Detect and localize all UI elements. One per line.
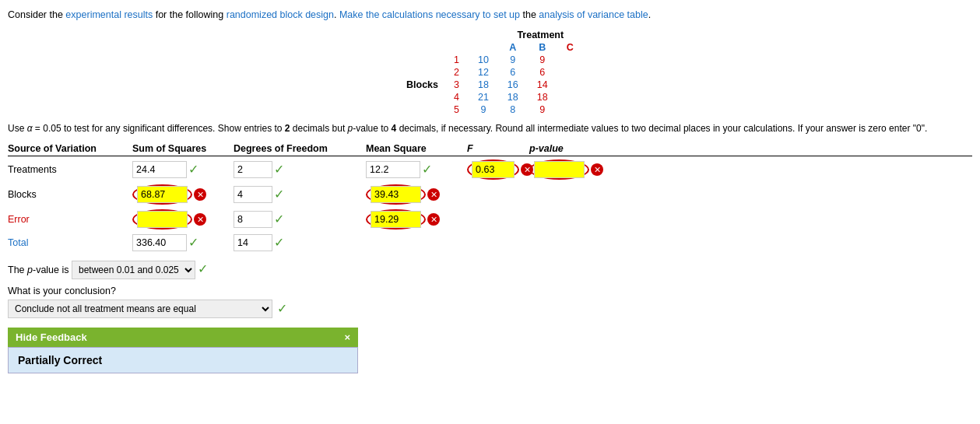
treatments-f-input[interactable] — [472, 161, 515, 178]
error-ms: ✕ — [366, 209, 467, 230]
blocks-df-check: ✓ — [274, 187, 284, 201]
treatments-pval: ✕ — [529, 159, 646, 180]
treatments-pval-error: ✕ — [591, 163, 603, 176]
total-df-check: ✓ — [274, 235, 284, 250]
treatments-row: Treatments ✓ ✓ ✓ ✕ — [8, 159, 972, 180]
feedback-body: Partially Correct — [8, 347, 358, 373]
treatments-ms: ✓ — [366, 161, 467, 178]
error-ms-error: ✕ — [427, 213, 440, 226]
treatment-header: Treatment — [498, 29, 583, 41]
treatments-pval-input[interactable] — [534, 161, 585, 178]
total-ss-check: ✓ — [188, 235, 198, 250]
error-ss-circled — [132, 209, 192, 230]
treatments-label: Treatments — [8, 164, 132, 175]
conclusion-label: What is your conclusion? — [8, 286, 972, 296]
error-ms-circled — [366, 209, 426, 230]
blocks-ss-circled — [132, 184, 192, 205]
alpha-text: Use α = 0.05 to test for any significant… — [8, 122, 972, 135]
header-ss: Sum of Squares — [132, 143, 234, 154]
col-a-header: A — [498, 41, 528, 54]
header-df: Degrees of Freedom — [234, 143, 366, 154]
blocks-ss-error: ✕ — [194, 188, 206, 201]
blocks-row: Blocks ✕ ✓ ✕ — [8, 184, 972, 205]
total-df-input[interactable] — [234, 234, 272, 251]
question-text: Consider the experimental results for th… — [8, 8, 972, 23]
blocks-ms-error: ✕ — [427, 188, 440, 201]
pvalue-section: The p-value is less than 0.005between 0.… — [8, 261, 972, 279]
blocks-ms-input[interactable] — [371, 186, 421, 203]
blocks-ms: ✕ — [366, 184, 467, 205]
total-row: Total ✓ ✓ — [8, 234, 972, 251]
error-row: Error ✕ ✓ ✕ — [8, 209, 972, 230]
anova-table: Source of Variation Sum of Squares Degre… — [8, 143, 972, 251]
header-source: Source of Variation — [8, 143, 132, 154]
blocks-ss: ✕ — [132, 184, 234, 205]
feedback-status: Partially Correct — [18, 354, 102, 366]
error-df-check: ✓ — [274, 212, 284, 226]
error-ss: ✕ — [132, 209, 234, 230]
blocks-ms-circled — [366, 184, 426, 205]
error-df-input[interactable] — [234, 211, 272, 228]
treatments-ss-check: ✓ — [188, 162, 198, 177]
pvalue-label: The p-value is — [8, 265, 69, 275]
blocks-df-input[interactable] — [234, 186, 272, 203]
total-ss: ✓ — [132, 234, 234, 251]
header-pval: p-value — [529, 143, 607, 154]
total-df: ✓ — [234, 234, 366, 251]
feedback-header[interactable]: Hide Feedback × — [8, 328, 358, 347]
treatments-f-circled — [467, 159, 519, 180]
treatments-f: ✕ — [467, 159, 529, 180]
treatments-ss: ✓ — [132, 161, 234, 178]
treatments-df-input[interactable] — [234, 161, 272, 178]
blocks-df: ✓ — [234, 186, 366, 203]
treatments-ms-input[interactable] — [366, 161, 420, 178]
feedback-header-label: Hide Feedback — [16, 331, 87, 343]
conclusion-section: What is your conclusion? Conclude not al… — [8, 286, 972, 318]
conclusion-select[interactable]: Conclude not all treatment means are equ… — [8, 300, 272, 318]
treatments-ss-input[interactable] — [132, 161, 187, 178]
header-f: F — [467, 143, 529, 154]
col-c-header: C — [557, 41, 583, 54]
feedback-section: Hide Feedback × Partially Correct — [8, 328, 358, 373]
pvalue-select[interactable]: less than 0.005between 0.005 and 0.01bet… — [72, 261, 195, 279]
total-label: Total — [8, 237, 132, 248]
pvalue-check: ✓ — [198, 262, 208, 275]
blocks-ss-input[interactable] — [137, 186, 188, 203]
treatments-pval-circled — [529, 159, 589, 180]
conclusion-check: ✓ — [277, 301, 287, 316]
error-ss-error: ✕ — [194, 213, 206, 226]
treatments-df-check: ✓ — [274, 162, 284, 177]
error-df: ✓ — [234, 211, 366, 228]
header-ms: Mean Square — [366, 143, 467, 154]
feedback-hide-icon: × — [344, 331, 350, 343]
treatments-df: ✓ — [234, 161, 366, 178]
total-ss-input[interactable] — [132, 234, 187, 251]
error-label: Error — [8, 214, 132, 225]
treatments-ms-check: ✓ — [422, 162, 432, 177]
error-ms-input[interactable] — [371, 211, 421, 228]
col-b-header: B — [528, 41, 557, 54]
error-ss-input[interactable] — [137, 211, 188, 228]
treatment-table: Treatment A B C 1109921266Blocks31816144… — [397, 29, 972, 116]
blocks-label: Blocks — [8, 189, 132, 200]
